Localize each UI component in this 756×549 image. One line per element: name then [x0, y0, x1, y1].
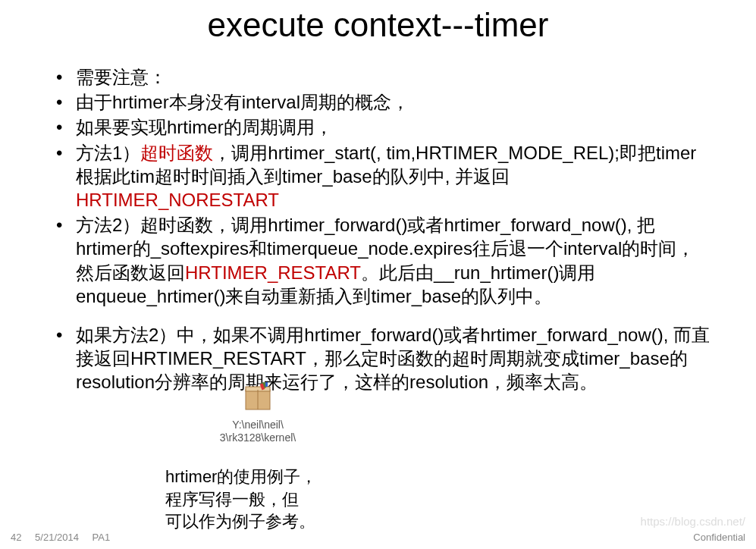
embedded-file[interactable]: Y:\neil\neil\ 3\rk3128\kernel\: [205, 379, 311, 444]
file-caption: Y:\neil\neil\ 3\rk3128\kernel\: [205, 419, 311, 444]
bullet-item: 如果要实现hrtimer的周期调用，: [61, 115, 711, 139]
bullet-item: 如果方法2）中，如果不调用hrtimer_forward()或者hrtimer_…: [61, 323, 711, 394]
svg-rect-5: [265, 382, 268, 387]
text-run-red: 超时函数: [140, 143, 213, 163]
text-run: 方法1）: [76, 143, 140, 163]
bullet-item: 方法2）超时函数，调用hrtimer_forward()或者hrtimer_fo…: [61, 213, 711, 308]
slide-date: 5/21/2014: [35, 532, 79, 543]
caption-line: Y:\neil\neil\: [205, 419, 311, 431]
notes-block: hrtimer的使用例子， 程序写得一般，但 可以作为例子参考。: [165, 466, 317, 533]
note-line: hrtimer的使用例子，: [165, 466, 317, 488]
slide: execute context---timer 需要注意： 由于hrtimer本…: [0, 0, 756, 549]
package-icon: [241, 379, 274, 413]
note-line: 程序写得一般，但: [165, 488, 317, 511]
spacer: [61, 309, 711, 323]
slide-title: execute context---timer: [0, 0, 756, 50]
slide-code: PA1: [93, 532, 111, 543]
bullet-item: 由于hrtimer本身没有interval周期的概念，: [61, 90, 711, 114]
bullet-item: 方法1）超时函数，调用hrtimer_start(, tim,HRTIMER_M…: [61, 141, 711, 212]
text-run-red: HRTIMER_RESTART: [185, 262, 361, 283]
note-line: 可以作为例子参考。: [165, 510, 317, 533]
content-area: 需要注意： 由于hrtimer本身没有interval周期的概念， 如果要实现h…: [0, 50, 756, 394]
footer-right: Confidential: [693, 532, 745, 543]
footer-left: 42 5/21/2014 PA1: [11, 532, 121, 543]
bullet-item: 需要注意：: [61, 65, 711, 89]
text-run-red: HRTIMER_NORESTART: [76, 190, 279, 210]
slide-number: 42: [11, 532, 21, 543]
caption-line: 3\rk3128\kernel\: [205, 431, 311, 444]
watermark: https://blog.csdn.net/: [641, 515, 745, 528]
